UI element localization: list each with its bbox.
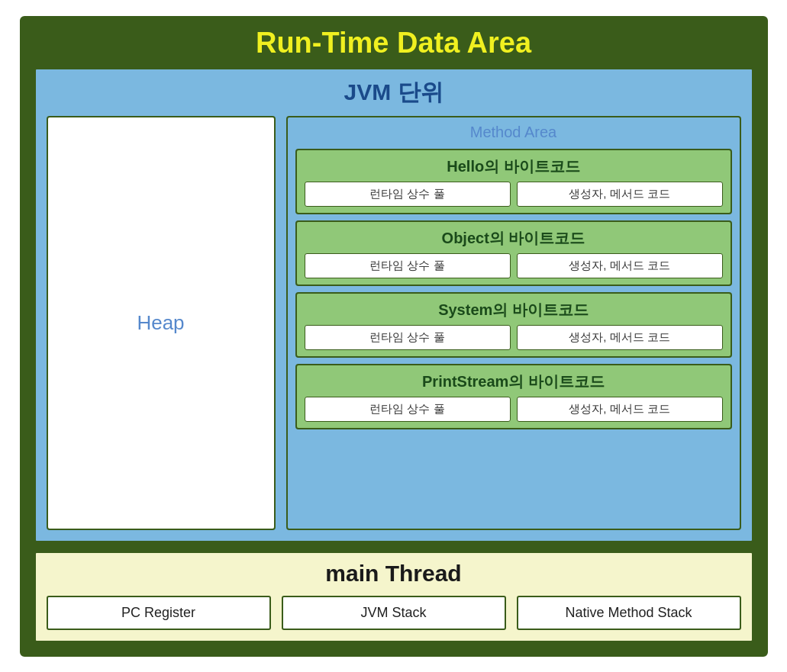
bytecode-items-2: 런타임 상수 풀 생성자, 메서드 코드 [305, 325, 723, 350]
thread-item-0: PC Register [47, 596, 271, 630]
bytecode-items-1: 런타임 상수 풀 생성자, 메서드 코드 [305, 253, 723, 278]
thread-section: main Thread PC Register JVM Stack Native… [34, 551, 754, 643]
method-area-box: Method Area Hello의 바이트코드 런타임 상수 풀 생성자, 메… [286, 116, 741, 530]
bytecode-block-1: Object의 바이트코드 런타임 상수 풀 생성자, 메서드 코드 [295, 220, 732, 286]
bytecode-item-1-0: 런타임 상수 풀 [305, 253, 511, 278]
bytecode-item-3-1: 생성자, 메서드 코드 [517, 397, 723, 422]
jvm-box: JVM 단위 Heap Method Area Hello의 바이트코드 런타임… [34, 67, 754, 543]
thread-items: PC Register JVM Stack Native Method Stac… [47, 596, 741, 630]
bytecode-item-0-1: 생성자, 메서드 코드 [517, 182, 723, 207]
bytecode-item-1-1: 생성자, 메서드 코드 [517, 253, 723, 278]
jvm-content: Heap Method Area Hello의 바이트코드 런타임 상수 풀 생… [47, 116, 741, 530]
bytecode-block-0: Hello의 바이트코드 런타임 상수 풀 생성자, 메서드 코드 [295, 149, 732, 214]
jvm-title: JVM 단위 [47, 77, 741, 108]
thread-title: main Thread [47, 561, 741, 587]
bytecode-item-2-0: 런타임 상수 풀 [305, 325, 511, 350]
thread-item-1: JVM Stack [282, 596, 506, 630]
bytecode-block-3: PrintStream의 바이트코드 런타임 상수 풀 생성자, 메서드 코드 [295, 364, 732, 429]
bytecode-item-3-0: 런타임 상수 풀 [305, 397, 511, 422]
method-area-title: Method Area [295, 124, 732, 141]
bytecode-items-0: 런타임 상수 풀 생성자, 메서드 코드 [305, 182, 723, 207]
heap-label: Heap [137, 311, 184, 335]
bytecode-block-2: System의 바이트코드 런타임 상수 풀 생성자, 메서드 코드 [295, 292, 732, 358]
bytecode-item-2-1: 생성자, 메서드 코드 [517, 325, 723, 350]
heap-box: Heap [47, 116, 276, 530]
outer-container: Run-Time Data Area JVM 단위 Heap Method Ar… [20, 16, 768, 657]
bytecode-title-2: System의 바이트코드 [305, 300, 723, 320]
bytecode-title-3: PrintStream의 바이트코드 [305, 371, 723, 392]
page-title: Run-Time Data Area [256, 27, 531, 59]
thread-item-2: Native Method Stack [517, 596, 741, 630]
bytecode-item-0-0: 런타임 상수 풀 [305, 182, 511, 207]
bytecode-title-0: Hello의 바이트코드 [305, 156, 723, 177]
bytecode-title-1: Object의 바이트코드 [305, 228, 723, 249]
bytecode-items-3: 런타임 상수 풀 생성자, 메서드 코드 [305, 397, 723, 422]
